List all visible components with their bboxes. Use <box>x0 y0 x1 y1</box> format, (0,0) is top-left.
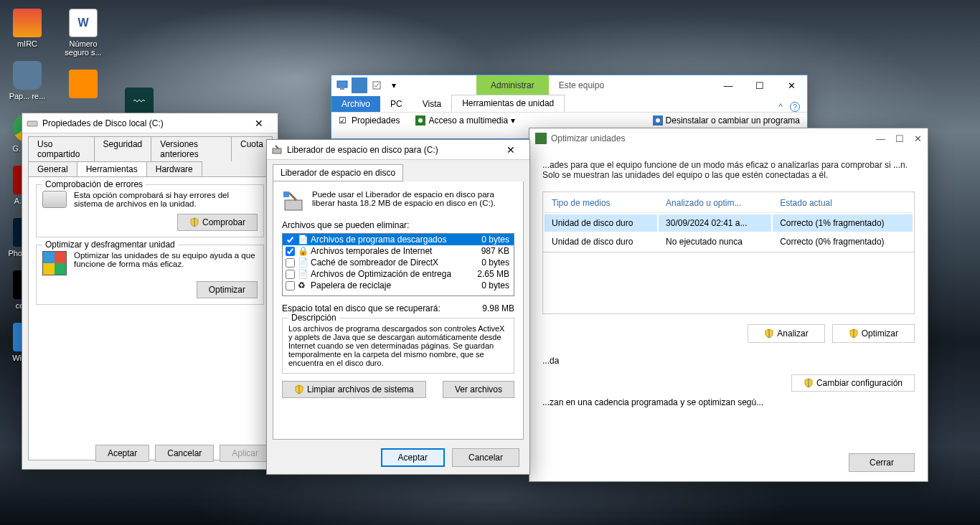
close-button[interactable]: ✕ <box>245 118 273 129</box>
check-button[interactable]: Comprobar <box>177 214 258 231</box>
cleanup-total: Espacio total en disco que se recuperará… <box>282 303 514 313</box>
optimize-intro-text: ...ades para que el equipo funcione de u… <box>542 160 915 180</box>
gear-box-icon <box>653 115 663 126</box>
optimize-button[interactable]: Optimizar <box>197 281 258 298</box>
desktop-icon-audacity[interactable] <box>60 70 106 100</box>
error-check-group: Comprobación de errores Esta opción comp… <box>36 184 264 237</box>
tab-liberador[interactable]: Liberador de espacio en disco <box>273 164 403 181</box>
view-files-button[interactable]: Ver archivos <box>443 381 514 398</box>
drive-row[interactable]: Unidad de disco duroNo ejecutado nuncaCo… <box>545 233 913 250</box>
qat-item[interactable] <box>369 77 385 93</box>
group-title: Comprobación de errores <box>42 179 146 189</box>
optimize-titlebar: Optimizar unidades — ☐ ✕ <box>529 128 928 148</box>
close-button[interactable]: ✕ <box>496 144 525 156</box>
col-last[interactable]: Analizado u optim... <box>659 194 771 213</box>
svg-point-6 <box>656 118 660 123</box>
cancel-button[interactable]: Cancelar <box>155 445 214 462</box>
file-row[interactable]: 📄 Archivos de programa descargados 0 byt… <box>283 234 514 245</box>
desc-title: Descripción <box>288 313 339 323</box>
col-media[interactable]: Tipo de medios <box>545 194 657 213</box>
tab-versiones-anteriores[interactable]: Versiones anteriores <box>151 136 232 161</box>
properties-titlebar: Propiedades de Disco local (C:) ✕ <box>22 113 278 133</box>
optimize-button[interactable]: Optimizar <box>832 324 915 343</box>
file-checkbox[interactable] <box>286 270 295 279</box>
tab-pc[interactable]: PC <box>380 96 413 112</box>
properties-tabs-row1: Uso compartido Seguridad Versiones anter… <box>22 133 278 161</box>
qat-item[interactable] <box>352 77 367 93</box>
section-label: ...da <box>542 356 915 366</box>
cancel-button[interactable]: Cancelar <box>452 448 519 467</box>
file-row[interactable]: 📄 Caché de sombreador de DirectX 0 bytes <box>283 257 514 268</box>
cleanup-file-list[interactable]: 📄 Archivos de programa descargados 0 byt… <box>282 233 514 296</box>
schedule-text: ...zan en una cadencia programada y se o… <box>542 397 915 407</box>
svg-rect-10 <box>283 191 289 197</box>
close-button[interactable]: ✕ <box>776 75 807 95</box>
maximize-button[interactable]: ☐ <box>895 133 904 144</box>
ribbon-properties[interactable]: ☑ Propiedades <box>339 115 400 126</box>
file-checkbox[interactable] <box>286 235 295 245</box>
defrag-icon <box>535 133 547 144</box>
ribbon-acceso-multimedia[interactable]: Acceso a multimedia ▾ <box>415 115 515 126</box>
explorer-contextual-tab[interactable]: Administrar <box>476 75 549 95</box>
change-config-button[interactable]: Cambiar configuración <box>791 374 915 392</box>
file-row[interactable]: 📄 Archivos de Optimización de entrega 2.… <box>283 268 514 280</box>
file-row[interactable]: 🔒 Archivos temporales de Internet 987 KB <box>283 245 514 257</box>
file-checkbox[interactable] <box>286 281 295 290</box>
close-button[interactable]: Cerrar <box>849 453 915 472</box>
analyze-button[interactable]: Analizar <box>748 324 824 343</box>
help-icon[interactable]: ? <box>790 102 800 112</box>
file-checkbox[interactable] <box>286 247 295 256</box>
desktop-icon-word-doc[interactable]: W Número seguro s... <box>60 9 106 57</box>
tab-herramientas-unidad[interactable]: Herramientas de unidad <box>451 95 565 112</box>
defrag-icon <box>42 251 67 275</box>
tab-uso-compartido[interactable]: Uso compartido <box>28 136 95 161</box>
tab-vista[interactable]: Vista <box>413 96 451 112</box>
group-title: Optimizar y desfragmentar unidad <box>42 240 178 250</box>
close-button[interactable]: ✕ <box>914 133 922 144</box>
svg-rect-0 <box>337 81 347 88</box>
ribbon-desinstalar[interactable]: Desinstalar o cambiar un programa <box>653 115 800 126</box>
file-checkbox[interactable] <box>286 258 295 268</box>
properties-content: Comprobación de errores Esta opción comp… <box>28 176 272 460</box>
shield-icon <box>804 378 814 388</box>
desktop-icon-mirc[interactable]: mIRC <box>4 9 50 48</box>
svg-rect-7 <box>27 121 37 126</box>
error-check-desc: Esta opción comprobará si hay errores de… <box>74 191 258 208</box>
optimize-body: ...ades para que el equipo funcione de u… <box>529 148 928 479</box>
ok-button[interactable]: Aceptar <box>381 448 445 467</box>
tab-hardware[interactable]: Hardware <box>146 161 202 176</box>
shield-icon <box>849 328 859 339</box>
properties-title: Propiedades de Disco local (C:) <box>42 118 245 128</box>
col-status[interactable]: Estado actual <box>773 194 913 213</box>
qat-dropdown-icon[interactable]: ▾ <box>386 77 402 93</box>
apply-button[interactable]: Aplicar <box>220 445 270 462</box>
checkbox-icon: ☑ <box>339 115 349 126</box>
drive-row[interactable]: Unidad de disco duro30/09/2024 02:41 a..… <box>545 214 913 232</box>
maximize-button[interactable]: ☐ <box>744 75 776 95</box>
properties-tabs-row2: General Herramientas Hardware <box>22 161 278 176</box>
tab-archivo[interactable]: Archivo <box>331 96 380 112</box>
file-row[interactable]: ♻ Papelera de reciclaje 0 bytes <box>283 280 514 291</box>
tab-herramientas[interactable]: Herramientas <box>77 161 147 176</box>
cleanup-tabs: Liberador de espacio en disco <box>267 160 529 181</box>
optimize-window: Optimizar unidades — ☐ ✕ ...ades para qu… <box>529 128 928 482</box>
svg-rect-9 <box>285 200 302 210</box>
cleanup-title: Liberador de espacio en disco para (C:) <box>287 145 496 155</box>
properties-dialog-buttons: Aceptar Cancelar Aplicar <box>95 445 270 462</box>
explorer-tabs: Archivo PC Vista Herramientas de unidad … <box>331 95 807 113</box>
ribbon-toggle-icon[interactable]: ^ <box>778 102 783 112</box>
tab-general[interactable]: General <box>28 161 77 176</box>
desktop-icon-recycle[interactable]: Pap... re... <box>4 61 50 100</box>
cleanup-dialog-buttons: Aceptar Cancelar <box>381 448 519 467</box>
minimize-button[interactable]: — <box>876 133 885 144</box>
explorer-title: Este equipo <box>549 75 712 95</box>
window-controls: — ☐ ✕ <box>712 75 807 95</box>
tab-seguridad[interactable]: Seguridad <box>94 136 152 161</box>
ok-button[interactable]: Aceptar <box>95 445 149 462</box>
clean-system-files-button[interactable]: Limpiar archivos de sistema <box>282 381 426 398</box>
minimize-button[interactable]: — <box>712 75 744 95</box>
svg-point-4 <box>418 118 423 123</box>
optimize-desc: Optimizar las unidades de su equipo ayud… <box>74 251 258 268</box>
cleanup-large-icon <box>282 190 305 213</box>
drive-icon <box>42 191 67 208</box>
